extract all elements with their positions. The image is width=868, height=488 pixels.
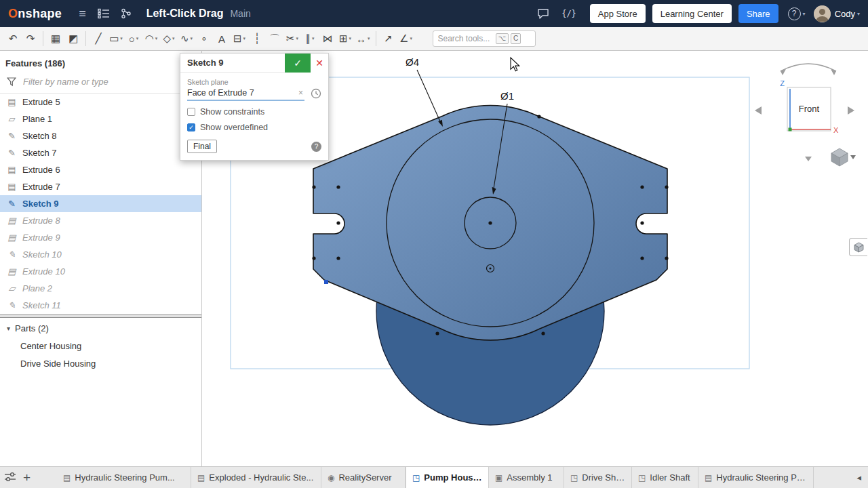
chevron-down-icon[interactable]: ▾ [243,36,246,41]
deferred-update-clock-icon[interactable] [311,88,321,101]
fillet-tool-button[interactable]: ⌒ [266,30,283,48]
part-item-center-housing[interactable]: Center Housing [0,337,201,354]
user-name[interactable]: Cody [835,9,855,19]
parts-flyout-button[interactable] [849,238,867,256]
search-tools-input[interactable] [437,33,494,44]
chevron-down-icon[interactable]: ▾ [312,36,315,41]
view-cube-face-label[interactable]: Front [799,104,820,114]
chevron-down-icon[interactable]: ▾ [410,36,412,41]
main-menu-icon[interactable]: ≡ [79,7,86,20]
add-tab-button[interactable]: + [20,471,33,484]
pattern-tool-button[interactable]: ⊞▾ [336,30,354,48]
feature-item-sketch-7[interactable]: ✎Sketch 7 [0,144,201,161]
rotate-view-down-icon[interactable] [805,157,812,161]
undo-button[interactable]: ↶ [4,30,22,48]
cancel-button[interactable]: ✕ [311,54,328,73]
share-button[interactable]: Share [738,4,778,23]
versions-icon[interactable] [121,8,132,19]
polygon-tool-button[interactable]: ◇▾ [160,30,178,48]
feature-item-sketch-10[interactable]: ✎Sketch 10 [0,246,201,263]
center-point[interactable] [488,221,492,224]
rotate-view-left-icon[interactable] [755,106,762,115]
chevron-down-icon[interactable]: ▾ [155,36,158,41]
avatar[interactable] [814,5,831,22]
tab-exploded-hydraulic[interactable]: ▤Exploded - Hydraulic Ste... [191,467,321,488]
show-overdefined-row[interactable]: ✓ Show overdefined [187,123,321,132]
feature-item-plane-2[interactable]: ▱Plane 2 [0,280,201,297]
tab-assembly-1[interactable]: ▣Assembly 1 [489,467,564,488]
app-store-button[interactable]: App Store [590,4,646,23]
filter-input[interactable] [22,76,178,87]
learning-center-button[interactable]: Learning Center [652,4,732,23]
show-constraints-checkbox[interactable] [187,108,195,116]
chevron-down-icon[interactable]: ▾ [7,325,10,332]
commit-button[interactable]: ✓ [285,54,311,73]
featurescript-icon[interactable]: {/} [561,9,576,18]
view-cube[interactable]: Front Z X [745,54,864,169]
chevron-down-icon[interactable]: ▾ [136,36,139,41]
angle-tool-button[interactable]: ∠▾ [397,30,415,48]
feature-item-plane-1[interactable]: ▱Plane 1 [0,110,201,127]
feature-item-sketch-8[interactable]: ✎Sketch 8 [0,127,201,144]
tab-idler-shaft[interactable]: ◳Idler Shaft [632,467,698,488]
dimension-tool-button[interactable]: ↔▾ [354,30,372,48]
feature-item-extrude-5[interactable]: ▤Extrude 5 [0,94,201,110]
part-item-drive-side-housing[interactable]: Drive Side Housing [0,354,201,372]
workspace-name[interactable]: Main [230,8,250,19]
onshape-logo[interactable]: Onshape [8,7,62,21]
dimension-inner-label[interactable]: Ø1 [500,90,514,102]
sketch-plane-field[interactable]: Face of Extrude 7 × [187,88,304,101]
tab-drive-shaft[interactable]: ◳Drive Shaft [564,467,632,488]
mirror-tool-button[interactable]: ⋈ [319,30,336,48]
chevron-down-icon[interactable]: ▾ [191,36,193,41]
slot-tool-button[interactable]: ⊟▾ [231,30,248,48]
circle-tool-button[interactable]: ○▾ [125,30,142,48]
tab-realityserver[interactable]: ◉RealityServer [321,467,406,488]
help-icon[interactable]: ? [788,7,801,20]
chevron-down-icon[interactable]: ▾ [349,36,352,41]
feature-item-extrude-7[interactable]: ▤Extrude 7 [0,178,201,195]
chevron-down-icon[interactable]: ▾ [120,36,123,41]
feature-item-sketch-11[interactable]: ✎Sketch 11 [0,297,201,314]
redo-button[interactable]: ↷ [22,30,39,48]
parts-section-header[interactable]: ▾ Parts (2) [0,319,201,337]
feature-item-extrude-6[interactable]: ▤Extrude 6 [0,161,201,178]
feature-item-sketch-9-selected[interactable]: ✎Sketch 9 [0,195,201,212]
dimension-outer-label[interactable]: Ø4 [406,56,419,68]
rotate-arrows-icon[interactable] [781,64,836,71]
manage-tabs-icon[interactable] [4,472,16,484]
feature-item-extrude-10[interactable]: ▤Extrude 10 [0,263,201,280]
chevron-down-icon[interactable]: ▾ [296,36,299,41]
trim-tool-button[interactable]: ✂▾ [283,30,301,48]
measure-tool-button[interactable]: ↗ [380,30,397,48]
final-button[interactable]: Final [187,140,217,153]
feature-list-icon[interactable] [98,8,110,19]
dimension-outer-diameter[interactable]: Ø4 [406,56,443,127]
comments-icon[interactable] [537,8,549,19]
search-tools-box[interactable]: ⌥ C [433,30,536,47]
sketch-dialog-header[interactable]: Sketch 9 ✓ ✕ [180,54,328,73]
tab-pump-housing-active[interactable]: ◳Pump Housing [406,467,489,488]
tab-hydraulic-steering-pump[interactable]: ▤Hydraulic Steering Pum... [57,467,191,488]
document-title[interactable]: Left-Click Drag [146,7,224,20]
view-menu-cube-icon[interactable] [831,148,848,166]
clear-selection-icon[interactable]: × [297,88,304,98]
dialog-help-icon[interactable]: ? [311,142,321,152]
chevron-down-icon[interactable]: ▾ [368,36,370,41]
rotate-view-right-icon[interactable] [848,106,854,115]
text-tool-button[interactable]: A [213,30,231,48]
tab-scroll-left-button[interactable]: ◂ [850,467,868,488]
rollback-bar[interactable] [0,314,201,318]
sheet-tool-button[interactable]: ▦ [47,30,64,48]
show-constraints-row[interactable]: Show constraints [187,107,321,117]
feature-item-extrude-9[interactable]: ▤Extrude 9 [0,229,201,246]
boolean-tool-button[interactable]: ◩ [64,30,82,48]
point-tool-button[interactable]: ∘ [195,30,213,48]
line-tool-button[interactable]: ╱ [90,30,107,48]
feature-item-extrude-8[interactable]: ▤Extrude 8 [0,212,201,229]
arc-tool-button[interactable]: ◠▾ [142,30,160,48]
rectangle-tool-button[interactable]: ▭▾ [107,30,125,48]
view-menu-caret-icon[interactable] [850,155,856,159]
chevron-down-icon[interactable]: ▾ [172,36,175,41]
offset-tool-button[interactable]: ∥▾ [301,30,319,48]
